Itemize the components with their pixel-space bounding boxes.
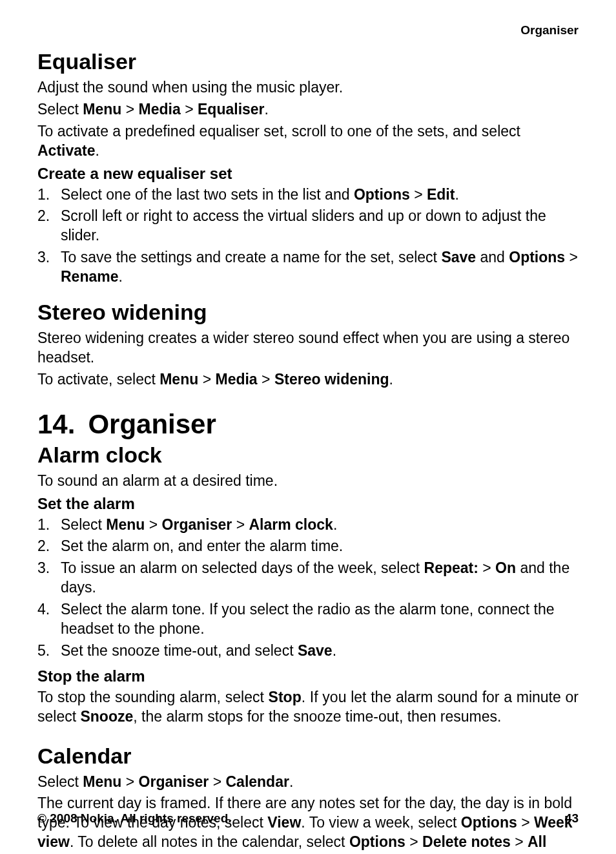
list-item: Set the snooze time-out, and select Save…: [37, 641, 579, 661]
chapter-number: 14.: [37, 409, 75, 440]
separator: >: [121, 101, 138, 118]
menu-item-calendar: Calendar: [225, 773, 289, 790]
text-prefix: Set the snooze time-out, and select: [61, 642, 298, 659]
action-options: Options: [349, 833, 406, 850]
chapter-title-text: Organiser: [88, 409, 216, 439]
text-suffix: , the alarm stops for the snooze time-ou…: [133, 708, 501, 725]
menu-item-menu: Menu: [83, 773, 121, 790]
action-options: Options: [354, 186, 410, 203]
text-prefix: To issue an alarm on selected days of th…: [61, 559, 424, 576]
list-item: Select Menu > Organiser > Alarm clock.: [37, 516, 579, 535]
text-and: and: [476, 249, 509, 266]
action-delete-notes: Delete notes: [422, 833, 511, 850]
dot: .: [95, 142, 99, 159]
page-header-label: Organiser: [37, 23, 579, 37]
dot: .: [118, 268, 122, 285]
menu-item-stereo: Stereo widening: [274, 371, 389, 388]
calendar-heading: Calendar: [37, 744, 579, 769]
separator: >: [406, 833, 422, 850]
page-footer: © 2008 Nokia. All rights reserved. 43: [37, 811, 579, 826]
text-prefix: To save the settings and create a name f…: [61, 249, 441, 266]
separator: >: [565, 249, 578, 266]
menu-item-media: Media: [139, 101, 181, 118]
action-edit: Edit: [427, 186, 455, 203]
list-item: To issue an alarm on selected days of th…: [37, 559, 579, 598]
copyright-text: © 2008 Nokia. All rights reserved.: [37, 811, 232, 826]
dot: .: [265, 101, 269, 118]
menu-item-alarm: Alarm clock: [249, 516, 333, 533]
dot: .: [289, 773, 293, 790]
action-stop: Stop: [269, 689, 302, 705]
page-number: 43: [565, 811, 579, 826]
equaliser-nav-path: Select Menu > Media > Equaliser.: [37, 100, 579, 120]
menu-item-organiser: Organiser: [139, 773, 209, 790]
text-prefix: Select: [37, 773, 83, 790]
list-item: To save the settings and create a name f…: [37, 248, 579, 287]
create-equaliser-heading: Create a new equaliser set: [37, 165, 579, 183]
action-rename: Rename: [61, 268, 118, 285]
stereo-nav-path: To activate, select Menu > Media > Stere…: [37, 370, 579, 390]
stereo-heading: Stereo widening: [37, 300, 579, 325]
alarm-steps-list: Select Menu > Organiser > Alarm clock. S…: [37, 516, 579, 661]
action-options: Options: [509, 249, 565, 266]
menu-item-menu: Menu: [159, 371, 198, 388]
equaliser-intro: Adjust the sound when using the music pl…: [37, 78, 579, 98]
separator: >: [478, 559, 495, 576]
stereo-intro: Stereo widening creates a wider stereo s…: [37, 329, 579, 368]
separator: >: [145, 516, 161, 533]
text-mid: . To delete all notes in the calendar, s…: [70, 833, 349, 850]
separator: >: [410, 186, 427, 203]
alarm-heading: Alarm clock: [37, 443, 579, 468]
text-prefix: To activate a predefined equaliser set, …: [37, 123, 520, 140]
action-activate: Activate: [37, 142, 95, 159]
set-alarm-heading: Set the alarm: [37, 495, 579, 513]
stop-alarm-heading: Stop the alarm: [37, 667, 579, 685]
menu-item-menu: Menu: [106, 516, 145, 533]
separator: >: [258, 371, 274, 388]
separator: >: [198, 371, 215, 388]
text-prefix: Select: [61, 516, 106, 533]
separator: >: [209, 773, 225, 790]
separator: >: [511, 833, 528, 850]
action-repeat: Repeat:: [424, 559, 478, 576]
text-prefix: Select one of the last two sets in the l…: [61, 186, 354, 203]
dot: .: [389, 371, 393, 388]
menu-item-menu: Menu: [83, 101, 121, 118]
separator: >: [232, 516, 249, 533]
list-item: Select one of the last two sets in the l…: [37, 185, 579, 205]
menu-item-equaliser: Equaliser: [198, 101, 265, 118]
stop-alarm-text: To stop the sounding alarm, select Stop.…: [37, 688, 579, 727]
menu-item-media: Media: [215, 371, 257, 388]
list-item: Scroll left or right to access the virtu…: [37, 207, 579, 245]
chapter-heading: 14.Organiser: [37, 409, 579, 440]
action-save: Save: [298, 642, 333, 659]
list-item: Set the alarm on, and enter the alarm ti…: [37, 537, 579, 556]
alarm-intro: To sound an alarm at a desired time.: [37, 472, 579, 491]
dot: .: [455, 186, 458, 203]
equaliser-steps-list: Select one of the last two sets in the l…: [37, 185, 579, 287]
action-snooze: Snooze: [80, 708, 133, 725]
text-prefix: To stop the sounding alarm, select: [37, 689, 269, 705]
text-prefix: To activate, select: [37, 371, 159, 388]
separator: >: [181, 101, 198, 118]
text-prefix: Select: [37, 101, 83, 118]
dot: .: [333, 516, 337, 533]
equaliser-activate-text: To activate a predefined equaliser set, …: [37, 122, 579, 161]
equaliser-heading: Equaliser: [37, 49, 579, 74]
dot: .: [333, 642, 336, 659]
calendar-nav-path: Select Menu > Organiser > Calendar.: [37, 773, 579, 792]
action-save: Save: [441, 249, 476, 266]
separator: >: [121, 773, 138, 790]
list-item: Select the alarm tone. If you select the…: [37, 600, 579, 639]
action-on: On: [495, 559, 516, 576]
menu-item-organiser: Organiser: [162, 516, 232, 533]
